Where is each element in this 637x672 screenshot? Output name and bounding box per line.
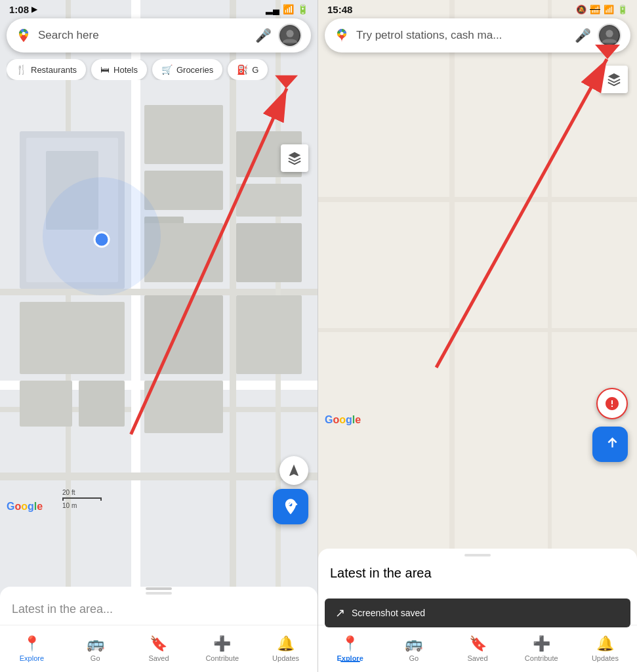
svg-rect-22 [236, 184, 302, 217]
svg-rect-37 [449, 0, 455, 558]
bottom-sheet-left: Latest in the area... 📍 Explore 🚌 Go 🔖 S… [0, 587, 318, 672]
gas-icon: ⛽ [237, 64, 248, 75]
svg-rect-35 [318, 197, 637, 202]
svg-point-28 [22, 32, 26, 35]
navigation-button[interactable] [279, 456, 308, 485]
scale-indicator: 20 ft 10 m [62, 489, 102, 509]
left-map[interactable]: G o o g l e 20 ft 10 m [0, 0, 318, 587]
latest-area-text-left: Latest in the area... [0, 597, 318, 621]
nav-saved-right[interactable]: 🔖 Saved [445, 635, 509, 662]
nav-go-right[interactable]: 🚌 Go [382, 635, 445, 662]
direction-fab[interactable] [273, 489, 308, 524]
search-placeholder-right[interactable]: Try petrol stations, cash ma... [356, 29, 568, 42]
search-bar-right[interactable]: Try petrol stations, cash ma... 🎤 [325, 18, 630, 52]
go-label-right: Go [409, 654, 419, 662]
updates-label-right: Updates [592, 654, 619, 662]
svg-rect-18 [20, 381, 72, 427]
hotels-icon: 🛏 [100, 64, 110, 75]
bottom-nav-left: 📍 Explore 🚌 Go 🔖 Saved ➕ Contribute 🔔 Up… [0, 625, 318, 672]
sheet-handle-right [464, 554, 491, 556]
go-label-left: Go [91, 654, 100, 662]
svg-rect-38 [548, 0, 552, 558]
nav-go-left[interactable]: 🚌 Go [64, 635, 127, 662]
bottom-sheet-handle-left [146, 587, 172, 590]
saved-label-left: Saved [148, 654, 169, 662]
svg-rect-5 [0, 289, 318, 295]
pill-gas[interactable]: ⛽ G [228, 59, 268, 80]
pill-restaurants[interactable]: 🍴 Restaurants [7, 59, 86, 80]
nav-updates-left[interactable]: 🔔 Updates [254, 635, 318, 662]
search-placeholder-left[interactable]: Search here [38, 29, 249, 42]
status-bar-right: 15:48 🔕 📶 📶 🔋 [318, 0, 637, 18]
direction-fab-right[interactable] [592, 427, 628, 462]
svg-point-30 [286, 30, 293, 37]
groceries-label: Groceries [176, 65, 213, 75]
explore-icon-right: 📍 [341, 635, 359, 652]
avatar-left[interactable] [278, 24, 302, 47]
layers-button-right[interactable] [600, 66, 628, 93]
updates-icon-left: 🔔 [277, 635, 295, 652]
explore-icon-left: 📍 [23, 635, 41, 652]
svg-rect-20 [144, 381, 223, 433]
updates-label-left: Updates [272, 654, 299, 662]
saved-icon-left: 🔖 [150, 635, 167, 652]
sheet-handle-left [146, 592, 172, 595]
nav-contribute-left[interactable]: ➕ Contribute [190, 635, 254, 662]
restaurants-icon: 🍴 [16, 64, 27, 75]
latest-area-text-right: Latest in the area [318, 559, 637, 585]
nav-arrow-icon: ▶ [31, 5, 37, 14]
svg-rect-34 [318, 0, 637, 558]
report-button-right[interactable] [596, 388, 628, 419]
go-icon-right: 🚌 [405, 635, 422, 652]
hotels-label: Hotels [113, 65, 138, 75]
saved-icon-right: 🔖 [469, 635, 487, 652]
nav-saved-left[interactable]: 🔖 Saved [127, 635, 191, 662]
svg-rect-24 [236, 295, 302, 374]
right-map[interactable]: G o o g l e [318, 0, 637, 554]
nav-explore-left[interactable]: 📍 Explore [0, 635, 64, 662]
svg-rect-17 [20, 302, 125, 374]
svg-point-42 [606, 30, 613, 37]
left-panel: G o o g l e 20 ft 10 m 1:08 ▶ ▂▄ 📶 🔋 [0, 0, 318, 672]
nav-contribute-right[interactable]: ➕ Contribute [510, 635, 573, 662]
battery-icon: 🔋 [297, 4, 308, 14]
pill-hotels[interactable]: 🛏 Hotels [91, 59, 147, 80]
go-icon-left: 🚌 [87, 635, 104, 652]
svg-rect-36 [318, 328, 637, 332]
screenshot-toast: ↗ Screenshot saved [325, 598, 630, 627]
mic-icon-right[interactable]: 🎤 [575, 28, 591, 43]
svg-point-26 [94, 232, 109, 247]
contribute-label-right: Contribute [525, 654, 558, 662]
svg-point-40 [340, 32, 344, 35]
svg-rect-23 [236, 223, 302, 282]
google-logo-left: G o o g l e [7, 501, 43, 513]
toast-text: Screenshot saved [352, 608, 620, 618]
search-bar-left[interactable]: Search here 🎤 [7, 18, 311, 52]
svg-rect-6 [0, 472, 318, 480]
contribute-icon-right: ➕ [533, 635, 550, 652]
maps-pin-icon [16, 28, 31, 43]
layers-button[interactable] [281, 144, 308, 172]
battery-icon-right: 🔋 [617, 5, 628, 14]
right-panel: G o o g l e 15:48 🔕 📶 📶 🔋 [318, 0, 637, 672]
contribute-label-left: Contribute [205, 654, 239, 662]
time-left: 1:08 [9, 4, 29, 15]
signal-icon-right: 📶 [604, 5, 614, 14]
bottom-nav-right: 📍 Explore 🚌 Go 🔖 Saved ➕ Contribute 🔔 Up… [318, 625, 637, 672]
mute-icon: 🔕 [576, 5, 586, 14]
wifi-icon: 📶 [283, 4, 294, 14]
explore-label-left: Explore [20, 654, 44, 662]
avatar-right[interactable] [598, 24, 621, 47]
time-right: 15:48 [327, 4, 352, 15]
nav-explore-right[interactable]: 📍 Explore [318, 635, 382, 662]
svg-rect-9 [144, 105, 223, 164]
maps-pin-icon-right [334, 28, 350, 43]
restaurants-label: Restaurants [31, 65, 77, 75]
nav-updates-right[interactable]: 🔔 Updates [573, 635, 637, 662]
contribute-icon-left: ➕ [213, 635, 231, 652]
toast-icon: ↗ [335, 606, 345, 620]
pill-groceries[interactable]: 🛒 Groceries [152, 59, 222, 80]
mic-icon-left[interactable]: 🎤 [255, 28, 272, 43]
svg-rect-13 [144, 295, 223, 374]
status-bar-left: 1:08 ▶ ▂▄ 📶 🔋 [0, 0, 318, 18]
